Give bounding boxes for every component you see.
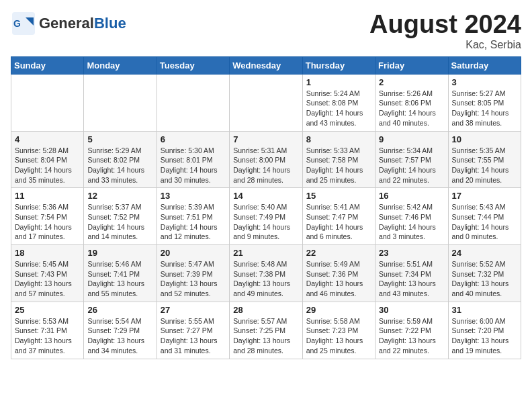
day-info-line: Sunset: 7:47 PM [306,213,359,221]
day-info-line: Daylight: 14 hours [379,223,436,231]
day-info-line: Sunset: 7:46 PM [379,213,431,221]
day-info-line: Daylight: 14 hours [379,166,436,174]
day-number: 20 [161,248,226,258]
day-info-line: and 43 minutes. [379,289,429,298]
day-number: 5 [87,134,152,144]
day-number: 1 [306,77,371,87]
day-info-line: Daylight: 14 hours [379,109,436,117]
weekday-header: Thursday [302,56,375,74]
calendar-cell: 14Sunrise: 5:40 AMSunset: 7:49 PMDayligh… [230,188,302,245]
day-info: Sunrise: 5:35 AMSunset: 7:55 PMDaylight:… [452,146,517,185]
day-info-line: and 25 minutes. [306,176,357,184]
day-info-line: Daylight: 14 hours [161,166,218,174]
day-info-line: Sunrise: 5:54 AM [87,317,141,325]
day-info-line: Daylight: 14 hours [87,223,144,231]
day-info: Sunrise: 5:29 AMSunset: 8:02 PMDaylight:… [87,146,152,185]
day-info-line: Daylight: 14 hours [233,166,290,174]
day-info-line: Sunrise: 5:46 AM [87,260,141,268]
day-number: 25 [15,305,80,315]
day-number: 9 [379,134,444,144]
day-info: Sunrise: 5:59 AMSunset: 7:22 PMDaylight:… [379,316,444,356]
day-info-line: Sunrise: 5:41 AM [306,203,360,211]
day-info-line: Sunrise: 5:43 AM [452,203,506,211]
day-info-line: Sunrise: 5:53 AM [15,317,69,325]
day-info: Sunrise: 5:34 AMSunset: 7:57 PMDaylight:… [379,146,444,185]
calendar-cell: 22Sunrise: 5:49 AMSunset: 7:36 PMDayligh… [302,245,375,302]
day-info-line: Sunrise: 5:58 AM [306,317,360,325]
day-info: Sunrise: 5:43 AMSunset: 7:44 PMDaylight:… [452,202,517,242]
day-number: 2 [379,77,444,87]
day-info: Sunrise: 5:31 AMSunset: 8:00 PMDaylight:… [233,146,298,185]
day-info-line: Sunrise: 5:52 AM [452,260,506,268]
day-info-line: Sunset: 7:20 PM [452,326,504,334]
day-number: 22 [306,248,371,258]
day-info-line: Sunset: 7:31 PM [15,326,67,334]
day-info-line: Sunrise: 5:45 AM [15,260,69,268]
calendar-cell: 6Sunrise: 5:30 AMSunset: 8:01 PMDaylight… [157,131,229,188]
day-number: 11 [15,191,80,201]
day-number: 26 [87,305,152,315]
day-info-line: Sunrise: 5:30 AM [161,146,214,154]
day-info-line: Daylight: 13 hours [452,336,509,345]
day-info: Sunrise: 6:00 AMSunset: 7:20 PMDaylight:… [452,316,517,356]
day-info-line: Sunrise: 5:35 AM [452,146,506,154]
day-info-line: Sunrise: 6:00 AM [452,317,506,325]
weekday-header: Friday [375,56,448,74]
day-info-line: and 40 minutes. [452,289,502,298]
day-info-line: Daylight: 13 hours [87,336,144,345]
day-info: Sunrise: 5:26 AMSunset: 8:06 PMDaylight:… [379,89,444,128]
calendar-cell: 2Sunrise: 5:26 AMSunset: 8:06 PMDaylight… [375,74,448,131]
day-info-line: and 37 minutes. [15,347,65,355]
day-info: Sunrise: 5:49 AMSunset: 7:36 PMDaylight:… [306,259,371,299]
day-info: Sunrise: 5:57 AMSunset: 7:25 PMDaylight:… [233,316,298,356]
day-info-line: and 0 minutes. [452,232,498,240]
day-info-line: Sunset: 7:43 PM [15,270,67,278]
calendar-cell: 27Sunrise: 5:55 AMSunset: 7:27 PMDayligh… [157,302,229,359]
day-info-line: and 28 minutes. [233,347,283,355]
day-info-line: Daylight: 13 hours [161,336,218,345]
day-info: Sunrise: 5:24 AMSunset: 8:08 PMDaylight:… [306,89,371,128]
day-info-line: and 25 minutes. [306,347,357,355]
calendar-cell: 21Sunrise: 5:48 AMSunset: 7:38 PMDayligh… [230,245,302,302]
calendar-cell: 18Sunrise: 5:45 AMSunset: 7:43 PMDayligh… [11,245,84,302]
day-info: Sunrise: 5:53 AMSunset: 7:31 PMDaylight:… [15,316,80,356]
day-number: 6 [161,134,226,144]
day-number: 19 [87,248,152,258]
day-info-line: and 34 minutes. [87,347,138,355]
day-info-line: and 6 minutes. [306,232,353,240]
day-info-line: and 33 minutes. [87,176,138,184]
weekday-header-row: SundayMondayTuesdayWednesdayThursdayFrid… [11,56,521,74]
day-info: Sunrise: 5:39 AMSunset: 7:51 PMDaylight:… [161,202,226,242]
day-info: Sunrise: 5:58 AMSunset: 7:23 PMDaylight:… [306,316,371,356]
day-info-line: Sunrise: 5:37 AM [87,203,141,211]
day-info-line: and 30 minutes. [161,176,211,184]
calendar-week-row: 18Sunrise: 5:45 AMSunset: 7:43 PMDayligh… [11,245,521,302]
day-info-line: and 19 minutes. [452,347,502,355]
logo: G GeneralBlue [11,11,126,36]
day-info-line: Daylight: 14 hours [452,166,509,174]
calendar-cell: 31Sunrise: 6:00 AMSunset: 7:20 PMDayligh… [448,302,521,359]
day-info-line: Sunset: 7:23 PM [306,326,359,334]
calendar-table: SundayMondayTuesdayWednesdayThursdayFrid… [11,56,521,359]
calendar-cell: 29Sunrise: 5:58 AMSunset: 7:23 PMDayligh… [302,302,375,359]
day-info-line: and 38 minutes. [452,119,502,127]
calendar-cell: 19Sunrise: 5:46 AMSunset: 7:41 PMDayligh… [84,245,157,302]
day-info-line: Daylight: 14 hours [306,166,363,174]
day-info-line: Sunset: 7:27 PM [161,326,213,334]
calendar-cell [11,74,84,131]
day-info-line: Sunset: 7:32 PM [452,270,504,278]
day-info: Sunrise: 5:27 AMSunset: 8:05 PMDaylight:… [452,89,517,128]
day-info-line: Daylight: 14 hours [452,109,509,117]
page-header: G GeneralBlue August 2024 Kac, Serbia [11,11,521,51]
calendar-week-row: 11Sunrise: 5:36 AMSunset: 7:54 PMDayligh… [11,188,521,245]
day-info-line: and 57 minutes. [15,289,65,298]
day-info-line: and 12 minutes. [161,232,211,240]
day-number: 8 [306,134,371,144]
day-info-line: Daylight: 13 hours [15,336,72,345]
day-info-line: Sunset: 7:58 PM [306,156,359,164]
day-info-line: Daylight: 14 hours [306,109,363,117]
day-info-line: Daylight: 13 hours [15,279,72,287]
calendar-week-row: 25Sunrise: 5:53 AMSunset: 7:31 PMDayligh… [11,302,521,359]
day-info-line: Sunset: 7:44 PM [452,213,504,221]
day-info: Sunrise: 5:47 AMSunset: 7:39 PMDaylight:… [161,259,226,299]
